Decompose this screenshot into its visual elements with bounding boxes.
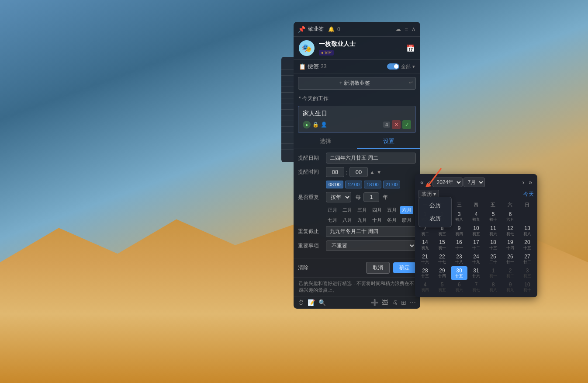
footer-search-icon[interactable]: 🔍 <box>318 299 326 306</box>
sidebar-item-shengri2[interactable]: 生日 <box>281 150 294 155</box>
cal-day-27[interactable]: 27廿二 <box>519 252 536 266</box>
cal-day-18[interactable]: 18十三 <box>485 238 502 251</box>
cal-day-aug4[interactable]: 4初四 <box>417 280 433 294</box>
sidebar-item-jianfei[interactable]: 减肥 <box>281 110 294 115</box>
footer-clock-icon[interactable]: ⏱ <box>298 299 304 306</box>
sidebar-item-tixing2[interactable]: 提醒 <box>281 81 294 87</box>
cal-next-btn[interactable]: › <box>521 178 526 187</box>
cal-option-gregorian[interactable]: 公历 <box>421 199 450 212</box>
month-1[interactable]: 正月 <box>326 206 339 214</box>
cal-year-select[interactable]: 2024年 <box>432 178 463 187</box>
cal-day-aug2[interactable]: 2初二 <box>502 266 519 280</box>
cal-day-22[interactable]: 22十七 <box>434 252 450 266</box>
month-10[interactable]: 十月 <box>370 216 384 224</box>
cal-day-aug8[interactable]: 8初八 <box>485 280 502 294</box>
sidebar-item-geren[interactable]: 个人 <box>281 87 294 93</box>
sidebar-item-shuangshi[interactable]: 双十 <box>281 155 294 160</box>
cal-today-button[interactable]: 今天 <box>523 191 534 198</box>
footer-more-icon[interactable]: ⋯ <box>410 299 416 306</box>
footer-grid-icon[interactable]: ⊞ <box>401 299 406 306</box>
minimize-icon[interactable]: ∧ <box>412 26 416 32</box>
time-quick-0800[interactable]: 08:00 <box>326 181 343 188</box>
cal-month-select[interactable]: 7月 <box>463 178 485 187</box>
month-4[interactable]: 四月 <box>370 206 384 214</box>
note-delete-button[interactable]: ✕ <box>392 120 401 129</box>
cal-day-13[interactable]: 13初八 <box>519 224 536 237</box>
cal-day-6[interactable]: 6六月 <box>502 210 519 223</box>
cal-day-26[interactable]: 26廿一 <box>502 252 519 266</box>
cal-day-aug10[interactable]: 10初十 <box>519 280 536 294</box>
cal-day-29[interactable]: 29廿四 <box>434 266 450 280</box>
month-3[interactable]: 三月 <box>356 206 369 214</box>
month-7[interactable]: 七月 <box>326 216 339 224</box>
cal-day-20[interactable]: 20十五 <box>519 238 536 251</box>
cal-day-aug9[interactable]: 9初九 <box>502 280 519 294</box>
time-hour-input[interactable] <box>326 167 344 177</box>
footer-image-icon[interactable]: 🖼 <box>382 299 388 306</box>
time-minute-input[interactable] <box>349 167 368 177</box>
sidebar-item-ziding1[interactable]: 自定 <box>281 115 294 121</box>
cal-prev-prev-btn[interactable]: « <box>419 178 425 187</box>
cal-day-10[interactable]: 10初五 <box>468 224 484 237</box>
cal-day-24[interactable]: 24十九 <box>468 252 484 266</box>
sidebar-item-siren[interactable]: 私人 <box>281 93 294 98</box>
month-2[interactable]: 二月 <box>341 206 354 214</box>
clear-button[interactable]: 清除 <box>298 264 308 272</box>
cal-day-9[interactable]: 9初四 <box>451 224 467 237</box>
reminder-date-value[interactable]: 二四年六月廿五 周二 <box>326 153 416 164</box>
month-11[interactable]: 冬月 <box>385 216 398 224</box>
sidebar-item-bianjian[interactable]: 便签 <box>281 59 294 64</box>
cal-prev-btn[interactable]: ‹ <box>426 178 432 187</box>
cal-day-aug6[interactable]: 6初六 <box>451 280 467 294</box>
cloud-icon[interactable]: ☁ <box>395 26 401 32</box>
tab-choose[interactable]: 选择 <box>294 135 357 149</box>
important-select[interactable]: 不重要 重要 非常重要 <box>326 240 416 251</box>
cal-day-31[interactable]: 31廿六 <box>468 266 484 280</box>
cal-option-lunar[interactable]: 农历 <box>421 212 450 225</box>
month-9[interactable]: 九月 <box>356 216 369 224</box>
sidebar-item-zhongyao[interactable]: 重要 <box>281 144 294 150</box>
footer-note-icon[interactable]: 📝 <box>308 299 315 306</box>
cal-day-17[interactable]: 17十二 <box>468 238 484 251</box>
cancel-button[interactable]: 取消 <box>366 262 390 274</box>
toggle-switch[interactable] <box>387 63 399 70</box>
cal-day-23[interactable]: 23十八 <box>451 252 467 266</box>
sidebar-item-tixing1[interactable]: 提醒 <box>281 76 294 81</box>
sidebar-item-ziding2[interactable]: 自定 <box>281 121 294 127</box>
cal-next-next-btn[interactable]: » <box>527 178 534 187</box>
sidebar-item-fenlei[interactable]: 分类 <box>281 127 294 132</box>
footer-print-icon[interactable]: 🖨 <box>391 299 398 306</box>
cal-day-30-today[interactable]: 30廿五 <box>451 266 467 280</box>
cal-day-aug5[interactable]: 5初五 <box>434 280 450 294</box>
cal-day-3[interactable]: 3初八 <box>451 210 467 223</box>
menu-icon[interactable]: ≡ <box>405 26 408 32</box>
month-5[interactable]: 五月 <box>385 206 398 214</box>
time-quick-1800[interactable]: 18:00 <box>364 181 381 188</box>
cal-day-aug1[interactable]: 1初一 <box>485 266 502 280</box>
sidebar-item-gongzuo[interactable]: 工作 <box>281 138 294 144</box>
sidebar-item-baobao[interactable]: 宝宝 <box>281 104 294 110</box>
tab-settings[interactable]: 设置 <box>357 135 420 149</box>
cal-day-19[interactable]: 19十四 <box>502 238 519 251</box>
month-8[interactable]: 八月 <box>341 216 354 224</box>
notes-toggle[interactable]: 全部 ▾ <box>387 63 415 70</box>
cal-day-25[interactable]: 25二十 <box>485 252 502 266</box>
confirm-button[interactable]: 确定 <box>393 262 416 273</box>
repeat-type-select[interactable]: 按年 按月 按周 按天 <box>326 192 351 202</box>
sidebar-item-jingdian[interactable]: 经典 <box>281 98 294 104</box>
month-12[interactable]: 腊月 <box>400 216 413 224</box>
calendar-icon-btn[interactable]: 📅 <box>406 44 415 52</box>
cal-day-aug3[interactable]: 3初三 <box>519 266 536 280</box>
cal-day-28[interactable]: 28廿三 <box>417 266 433 280</box>
note-item[interactable]: 家人生日 ● 🔒 👤 4 ✕ ✓ <box>298 106 416 133</box>
footer-add-icon[interactable]: ➕ <box>371 299 378 306</box>
month-6[interactable]: 六月 <box>400 206 413 214</box>
cal-day-14[interactable]: 14初九 <box>417 238 433 251</box>
sidebar-item-shengri[interactable]: 生日 <box>281 132 294 138</box>
cal-day-15[interactable]: 15初十 <box>434 238 450 251</box>
cal-day-16[interactable]: 16十一 <box>451 238 467 251</box>
note-confirm-button[interactable]: ✓ <box>402 120 411 129</box>
add-note-button[interactable]: + 新增敬业签 ↵ <box>298 77 416 90</box>
time-quick-2100[interactable]: 21:00 <box>383 181 401 188</box>
repeat-stop-value[interactable]: 九九年冬月二十 周四 <box>326 226 416 237</box>
